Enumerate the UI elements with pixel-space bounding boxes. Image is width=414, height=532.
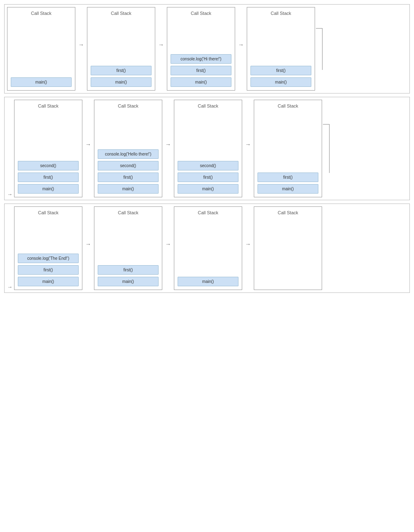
stack-frame-2-0-2: main() [18,277,79,286]
stack-box-2-0: Call Stackconsole.log('The End!')first()… [14,206,82,290]
arrow-1-2: → [242,141,254,156]
stack-unit-2-1: Call Stackfirst()main()→ [94,206,174,290]
stack-unit-0-2: Call Stackconsole.log('Hi there!')first(… [167,7,247,91]
arrow-0-0: → [75,41,87,56]
stack-title-1-0: Call Stack [14,103,82,108]
stack-box-2-3: Call Stack [254,206,322,290]
arrow-2-2: → [242,241,254,256]
page-container: Call Stackmain()→Call Stackfirst()main()… [4,4,410,296]
stack-title-2-2: Call Stack [174,210,242,215]
stack-frame-2-0-1: first() [18,265,79,275]
stack-frame-0-3-1: main() [250,77,311,87]
stack-box-0-2: Call Stackconsole.log('Hi there!')first(… [167,7,235,91]
stack-unit-1-1: Call Stackconsole.log('Hello there!')sec… [94,100,174,197]
stack-title-2-0: Call Stack [14,210,82,215]
stack-unit-2-3: Call Stack [254,206,322,290]
stacks-row-1: →Call Stacksecond()first()main()→Call St… [7,100,407,197]
arrow-1-1: → [162,141,174,156]
stack-frame-1-1-2: first() [98,173,159,182]
stack-box-1-3: Call Stackfirst()main() [254,100,322,197]
stack-title-0-3: Call Stack [247,11,315,16]
stack-frame-1-2-1: first() [178,173,238,182]
stack-title-1-2: Call Stack [174,103,242,108]
stack-title-1-1: Call Stack [94,103,162,108]
stack-frame-1-0-0: second() [18,161,79,170]
stack-unit-1-2: Call Stacksecond()first()main()→ [174,100,254,197]
stack-frame-1-2-0: second() [178,161,238,170]
stack-frame-2-2-0: main() [178,277,238,286]
stack-title-2-1: Call Stack [94,210,162,215]
arrow-1-0: → [82,141,94,156]
right-connector-0 [316,28,323,70]
stack-unit-2-0: Call Stackconsole.log('The End!')first()… [14,206,94,290]
stack-title-2-3: Call Stack [254,210,322,215]
stack-title-0-2: Call Stack [167,11,235,16]
stack-title-0-1: Call Stack [87,11,155,16]
stack-box-2-1: Call Stackfirst()main() [94,206,162,290]
stack-unit-0-3: Call Stackfirst()main() [247,7,315,91]
section-row-1: →Call Stacksecond()first()main()→Call St… [4,97,410,200]
stack-unit-1-0: Call Stacksecond()first()main()→ [14,100,94,197]
arrow-2-0: → [82,241,94,256]
arrow-2-1: → [162,241,174,256]
stack-frame-1-1-3: main() [98,184,159,194]
left-continuation-arrow: → [7,284,12,290]
section-row-0: Call Stackmain()→Call Stackfirst()main()… [4,4,410,93]
arrow-0-1: → [155,41,167,56]
stack-frame-0-3-0: first() [250,66,311,75]
stack-box-0-3: Call Stackfirst()main() [247,7,315,91]
stack-frame-0-2-0: console.log('Hi there!') [171,54,231,64]
stack-frame-0-2-2: main() [171,77,231,87]
stack-unit-0-1: Call Stackfirst()main()→ [87,7,167,91]
stack-frame-1-0-2: main() [18,184,79,194]
stack-box-1-1: Call Stackconsole.log('Hello there!')sec… [94,100,162,197]
stack-frame-1-3-0: first() [258,173,318,182]
stack-box-0-0: Call Stackmain() [7,7,75,91]
stack-frame-2-0-0: console.log('The End!') [18,254,79,263]
stack-frame-1-1-1: second() [98,161,159,170]
stack-frame-0-2-1: first() [171,66,231,75]
stack-frame-0-0-0: main() [11,77,72,87]
arrow-0-2: → [235,41,247,56]
stack-frame-2-1-0: first() [98,265,159,275]
stack-frame-1-2-2: main() [178,184,238,194]
stack-unit-0-0: Call Stackmain()→ [7,7,87,91]
stack-title-0-0: Call Stack [7,11,75,16]
stack-frame-1-1-0: console.log('Hello there!') [98,149,159,159]
stack-frame-1-3-1: main() [258,184,318,194]
stack-unit-2-2: Call Stackmain()→ [174,206,254,290]
stack-box-2-2: Call Stackmain() [174,206,242,290]
stack-frame-0-1-1: main() [91,77,152,87]
stack-box-0-1: Call Stackfirst()main() [87,7,155,91]
stacks-row-0: Call Stackmain()→Call Stackfirst()main()… [7,7,407,91]
stack-frame-2-1-1: main() [98,277,159,286]
stack-box-1-0: Call Stacksecond()first()main() [14,100,82,197]
stack-frame-0-1-0: first() [91,66,152,75]
section-row-2: →Call Stackconsole.log('The End!')first(… [4,204,410,293]
right-connector-1 [323,124,330,173]
stacks-row-2: →Call Stackconsole.log('The End!')first(… [7,206,407,290]
left-continuation-arrow: → [7,191,12,197]
stack-title-1-3: Call Stack [254,103,322,108]
stack-box-1-2: Call Stacksecond()first()main() [174,100,242,197]
stack-unit-1-3: Call Stackfirst()main() [254,100,322,197]
stack-frame-1-0-1: first() [18,173,79,182]
